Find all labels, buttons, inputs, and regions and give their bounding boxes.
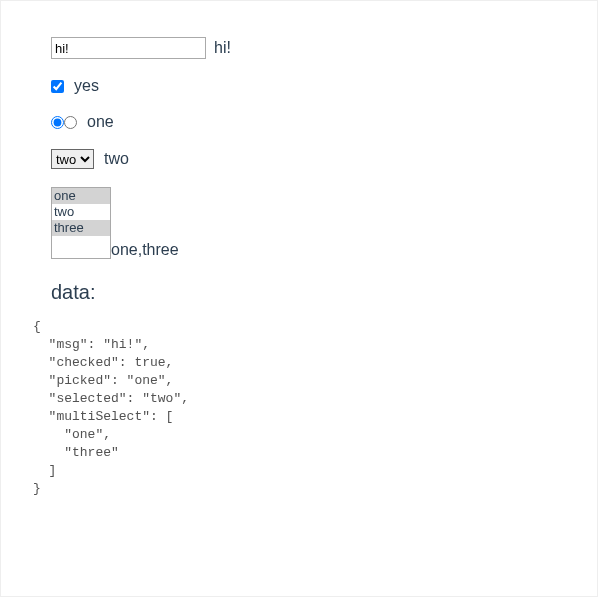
radio-two[interactable] <box>64 116 77 129</box>
text-row: hi! <box>51 37 575 59</box>
radio-row: one <box>51 113 575 131</box>
select-row: two two <box>51 149 575 169</box>
radio-echo: one <box>87 113 114 131</box>
multi-option-one[interactable]: one <box>52 188 110 204</box>
select-echo: two <box>104 150 129 168</box>
data-heading: data: <box>51 281 575 304</box>
yes-checkbox[interactable] <box>51 80 64 93</box>
msg-input[interactable] <box>51 37 206 59</box>
demo-panel: hi! yes one two two one two three one,th… <box>0 0 598 597</box>
content-area: hi! yes one two two one two three one,th… <box>23 37 575 304</box>
multi-option-two[interactable]: two <box>52 204 110 220</box>
radio-one[interactable] <box>51 116 64 129</box>
multiselect-row: one two three one,three <box>51 187 575 259</box>
multi-echo: one,three <box>111 241 179 259</box>
multi-select[interactable]: one two three <box>51 187 111 259</box>
single-select[interactable]: two <box>51 149 94 169</box>
multi-option-three[interactable]: three <box>52 220 110 236</box>
checkbox-row: yes <box>51 77 575 95</box>
msg-echo: hi! <box>214 39 231 57</box>
checkbox-label: yes <box>74 77 99 95</box>
data-dump: { "msg": "hi!", "checked": true, "picked… <box>23 318 575 498</box>
